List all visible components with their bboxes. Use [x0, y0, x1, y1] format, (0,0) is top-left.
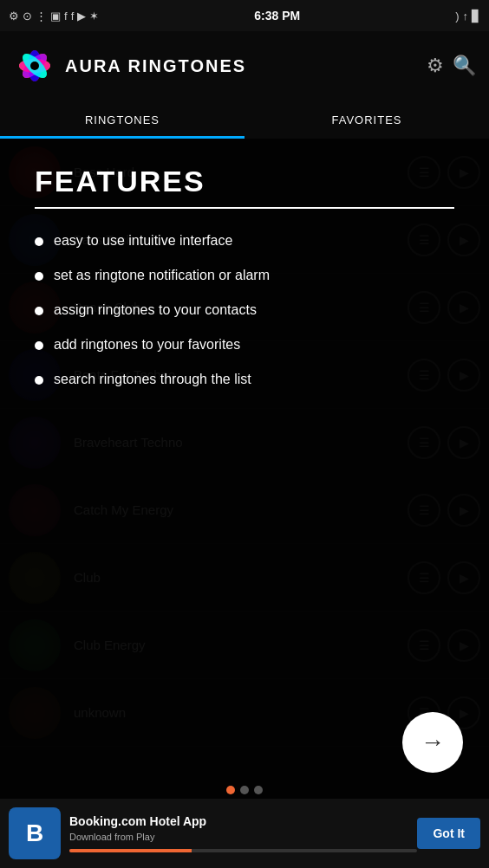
ad-subtitle: Download from Play	[69, 832, 417, 842]
header-left: AURA RINGTONES	[13, 44, 246, 87]
header-right: ⚙ 🔍	[427, 55, 476, 77]
next-button[interactable]: →	[402, 712, 463, 773]
got-it-button[interactable]: Got It	[417, 818, 480, 849]
facebook2-icon: f	[71, 10, 75, 23]
bullet-3	[35, 307, 43, 315]
ad-app-icon: B	[9, 807, 61, 859]
app-title: AURA RINGTONES	[65, 56, 246, 76]
sync-icon: ⊙	[23, 10, 32, 23]
ad-progress-bar	[69, 849, 417, 852]
status-icons-left: ⚙ ⊙ ⋮ ▣ f f ▶ ✶	[9, 10, 99, 23]
ad-text: Booking.com Hotel App Download from Play	[69, 814, 417, 852]
facebook-icon: f	[64, 10, 68, 23]
next-arrow-icon: →	[421, 729, 445, 756]
feature-item-5: search ringtones through the list	[35, 372, 454, 387]
battery-icon: ▊	[472, 10, 480, 23]
bt-icon: ✶	[89, 10, 99, 23]
bullet-1	[35, 237, 43, 246]
media-icon: ▣	[50, 10, 61, 23]
tab-favorites[interactable]: FAVORITES	[244, 100, 489, 139]
main-content: Bass Hard ☰ ▶ Bass Techno ☰ ▶ Beach Club…	[0, 139, 489, 868]
header: AURA RINGTONES ⚙ 🔍	[0, 31, 489, 100]
feature-list: easy to use intuitive interface set as r…	[35, 233, 454, 387]
usb-icon: ⋮	[36, 10, 47, 23]
play-icon: ▶	[77, 10, 86, 23]
nav-tabs: RINGTONES FAVORITES	[0, 100, 489, 139]
wifi-icon: )	[455, 10, 459, 23]
svg-point-8	[30, 62, 39, 70]
ad-banner[interactable]: B Booking.com Hotel App Download from Pl…	[0, 799, 489, 868]
dot-3	[254, 786, 263, 794]
settings-button[interactable]: ⚙	[427, 55, 444, 77]
feature-item-3: assign ringtones to your contacts	[35, 302, 454, 318]
features-title: FEATURES	[35, 165, 454, 209]
search-button[interactable]: 🔍	[453, 55, 476, 77]
tab-ringtones[interactable]: RINGTONES	[0, 100, 244, 139]
ad-title: Booking.com Hotel App	[69, 814, 417, 828]
bullet-2	[35, 272, 43, 281]
app-logo	[13, 44, 56, 87]
bullet-4	[35, 341, 43, 350]
ad-progress-fill	[69, 849, 192, 852]
feature-item-2: set as ringtone notification or alarm	[35, 268, 454, 283]
signal-icon: ↑	[462, 10, 468, 23]
status-bar: ⚙ ⊙ ⋮ ▣ f f ▶ ✶ 6:38 PM ) ↑ ▊	[0, 0, 489, 31]
notification-icon: ⚙	[9, 10, 19, 23]
status-time: 6:38 PM	[254, 9, 300, 23]
ad-icon-letter: B	[26, 819, 43, 847]
dot-2	[240, 786, 249, 794]
indicator-dots	[0, 786, 489, 794]
feature-item-1: easy to use intuitive interface	[35, 233, 454, 249]
feature-item-4: add ringtones to your favorites	[35, 337, 454, 353]
bullet-5	[35, 376, 43, 385]
dot-1	[226, 786, 235, 794]
status-icons-right: ) ↑ ▊	[455, 10, 480, 23]
